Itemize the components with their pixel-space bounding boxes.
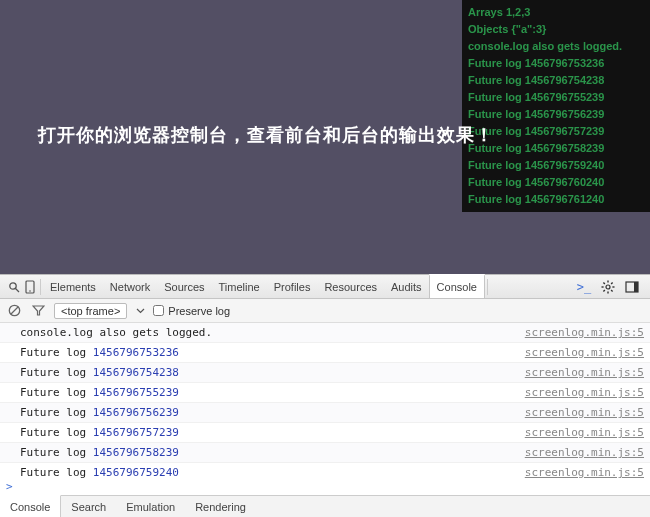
tab-audits[interactable]: Audits xyxy=(384,275,429,299)
hero-text: 打开你的浏览器控制台，查看前台和后台的输出效果！ xyxy=(38,123,494,147)
svg-rect-14 xyxy=(634,282,638,292)
svg-line-9 xyxy=(603,282,605,284)
overlay-line: Future log 1456796754238 xyxy=(468,72,644,89)
drawer-tabs: ConsoleSearchEmulationRendering xyxy=(0,495,650,517)
svg-line-12 xyxy=(603,290,605,292)
log-row: Future log 1456796755239screenlog.min.js… xyxy=(0,383,650,403)
drawer-tab-console[interactable]: Console xyxy=(0,495,61,517)
tab-elements[interactable]: Elements xyxy=(43,275,103,299)
log-row: Future log 1456796756239screenlog.min.js… xyxy=(0,403,650,423)
log-source-link[interactable]: screenlog.min.js:5 xyxy=(525,465,644,478)
svg-line-1 xyxy=(16,288,20,292)
log-row: Future log 1456796759240screenlog.min.js… xyxy=(0,463,650,478)
svg-point-3 xyxy=(29,290,31,292)
svg-point-4 xyxy=(606,285,610,289)
log-row: Future log 1456796754238screenlog.min.js… xyxy=(0,363,650,383)
overlay-line: Future log 1456796761240 xyxy=(468,191,644,208)
search-icon[interactable] xyxy=(6,279,22,295)
log-row: Future log 1456796757239screenlog.min.js… xyxy=(0,423,650,443)
overlay-line: Future log 1456796758239 xyxy=(468,140,644,157)
preserve-log-label: Preserve log xyxy=(168,305,230,317)
log-message: Future log 1456796755239 xyxy=(20,385,179,400)
screenlog-overlay: Arrays 1,2,3Objects {"a":3}console.log a… xyxy=(462,0,650,212)
log-source-link[interactable]: screenlog.min.js:5 xyxy=(525,345,644,360)
log-row: console.log also gets logged.screenlog.m… xyxy=(0,323,650,343)
log-source-link[interactable]: screenlog.min.js:5 xyxy=(525,425,644,440)
overlay-line: Future log 1456796756239 xyxy=(468,106,644,123)
log-source-link[interactable]: screenlog.min.js:5 xyxy=(525,385,644,400)
console-logs[interactable]: console.log also gets logged.screenlog.m… xyxy=(0,323,650,478)
log-source-link[interactable]: screenlog.min.js:5 xyxy=(525,365,644,380)
chevron-down-icon[interactable] xyxy=(135,303,145,319)
tab-timeline[interactable]: Timeline xyxy=(212,275,267,299)
svg-point-0 xyxy=(10,282,16,288)
log-row: Future log 1456796758239screenlog.min.js… xyxy=(0,443,650,463)
gear-icon[interactable] xyxy=(600,279,616,295)
drawer-tab-search[interactable]: Search xyxy=(61,496,116,518)
log-message: Future log 1456796756239 xyxy=(20,405,179,420)
devtools-panel: ElementsNetworkSourcesTimelineProfilesRe… xyxy=(0,274,650,517)
dock-icon[interactable] xyxy=(624,279,640,295)
svg-line-10 xyxy=(611,290,613,292)
log-source-link[interactable]: screenlog.min.js:5 xyxy=(525,325,644,340)
frame-selector[interactable]: <top frame> xyxy=(54,303,127,319)
log-source-link[interactable]: screenlog.min.js:5 xyxy=(525,405,644,420)
devtools-toolbar: ElementsNetworkSourcesTimelineProfilesRe… xyxy=(0,275,650,299)
drawer-tab-rendering[interactable]: Rendering xyxy=(185,496,256,518)
log-message: Future log 1456796759240 xyxy=(20,465,179,478)
preserve-log-checkbox[interactable] xyxy=(153,305,164,316)
overlay-line: Future log 1456796760240 xyxy=(468,174,644,191)
log-message: Future log 1456796754238 xyxy=(20,365,179,380)
log-message: Future log 1456796758239 xyxy=(20,445,179,460)
toolbar-separator xyxy=(487,279,488,295)
tab-resources[interactable]: Resources xyxy=(317,275,384,299)
overlay-line: console.log also gets logged. xyxy=(468,38,644,55)
tab-profiles[interactable]: Profiles xyxy=(267,275,318,299)
svg-line-16 xyxy=(11,307,18,314)
preserve-log-toggle[interactable]: Preserve log xyxy=(153,305,230,317)
overlay-line: Future log 1456796753236 xyxy=(468,55,644,72)
toolbar-separator xyxy=(40,279,41,295)
overlay-line: Objects {"a":3} xyxy=(468,21,644,38)
console-filter-bar: <top frame> Preserve log xyxy=(0,299,650,323)
filter-icon[interactable] xyxy=(30,303,46,319)
overlay-line: Future log 1456796757239 xyxy=(468,123,644,140)
svg-line-11 xyxy=(611,282,613,284)
log-message: Future log 1456796753236 xyxy=(20,345,179,360)
overlay-line: Future log 1456796755239 xyxy=(468,89,644,106)
device-icon[interactable] xyxy=(22,279,38,295)
tab-console[interactable]: Console xyxy=(429,274,485,298)
tab-network[interactable]: Network xyxy=(103,275,157,299)
log-row: Future log 1456796753236screenlog.min.js… xyxy=(0,343,650,363)
overlay-line: Arrays 1,2,3 xyxy=(468,4,644,21)
page-area: Arrays 1,2,3Objects {"a":3}console.log a… xyxy=(0,0,650,274)
overlay-line: Future log 1456796759240 xyxy=(468,157,644,174)
console-input-prompt[interactable]: > xyxy=(0,478,650,495)
clear-icon[interactable] xyxy=(6,303,22,319)
log-source-link[interactable]: screenlog.min.js:5 xyxy=(525,445,644,460)
log-message: Future log 1456796757239 xyxy=(20,425,179,440)
frame-label: <top frame> xyxy=(61,305,120,317)
drawer-tab-emulation[interactable]: Emulation xyxy=(116,496,185,518)
log-message: console.log also gets logged. xyxy=(20,325,212,340)
tab-sources[interactable]: Sources xyxy=(157,275,211,299)
console-prompt-icon[interactable]: >_ xyxy=(576,279,592,295)
